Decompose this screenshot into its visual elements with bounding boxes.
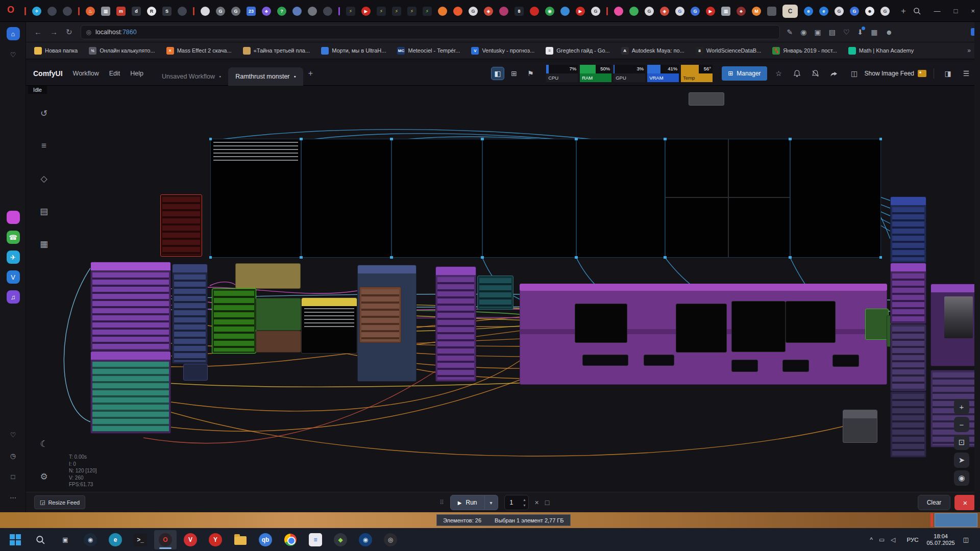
heart-icon[interactable]: ♡ [7, 428, 20, 441]
maximize-button[interactable]: □ [954, 7, 958, 15]
bookmark-item[interactable]: MCMeteociel - Tempér... [397, 47, 460, 55]
camera-icon[interactable]: ◉ [800, 28, 806, 36]
vk-icon[interactable]: V [7, 270, 20, 284]
batch-steppers[interactable]: ▴ ▾ [524, 497, 526, 508]
graph-node[interactable] [930, 370, 976, 447]
pinned-tab[interactable]: ☻ [865, 7, 874, 16]
pinned-tab[interactable]: ▶ [576, 7, 585, 16]
new-tab-button[interactable]: + [901, 6, 906, 16]
app-icon[interactable]: ◆ [329, 530, 352, 549]
bookmark-item[interactable]: 8WorldScienceDataB... [696, 47, 761, 55]
steam-icon[interactable]: ◉ [79, 530, 102, 549]
pinned-tab[interactable]: 23 [247, 7, 256, 16]
pinned-tab[interactable]: C [782, 5, 798, 18]
graph-node[interactable] [865, 309, 889, 340]
graph-node[interactable] [477, 276, 513, 310]
reload-button[interactable]: ↻ [66, 28, 72, 37]
more-dots-icon[interactable]: ⋯ [7, 491, 20, 504]
tray-screen-icon[interactable]: ▭ [879, 536, 885, 543]
bookmark-flag-icon[interactable]: ⚑ [524, 67, 537, 80]
edit-icon[interactable]: ✎ [787, 28, 793, 36]
settings-gear-icon[interactable]: ⚙ [37, 469, 51, 484]
tray-expand-icon[interactable]: ^ [870, 536, 873, 543]
pinned-tab[interactable]: ▦ [721, 7, 730, 16]
messenger-icon[interactable] [7, 211, 20, 224]
workflow-tab[interactable]: Unsaved Workflow● [155, 67, 228, 86]
graph-node[interactable] [172, 264, 208, 364]
graph-node[interactable] [782, 360, 809, 372]
pinned-tab[interactable]: ▦ [101, 7, 110, 16]
opera-icon[interactable]: O [154, 530, 177, 549]
graph-node[interactable] [731, 360, 758, 372]
graph-node[interactable] [575, 304, 627, 343]
pinned-tab[interactable] [323, 7, 332, 16]
pinned-tab[interactable]: ♨ [86, 7, 95, 16]
pinned-tab[interactable] [438, 7, 447, 16]
graph-node[interactable] [90, 262, 171, 351]
pinned-tab[interactable] [560, 7, 570, 16]
music-icon[interactable]: ♫ [7, 290, 20, 304]
drag-handle[interactable]: ⠿ [439, 499, 444, 506]
bookmark-item[interactable]: Math | Khan Academy [848, 47, 914, 55]
graph-node[interactable] [843, 410, 877, 443]
pinned-tab[interactable]: G [850, 7, 859, 16]
minimize-button[interactable]: — [934, 7, 941, 15]
bookmark-item[interactable]: ▚Январь 2019 - пост... [772, 47, 837, 55]
graph-node[interactable] [689, 92, 724, 106]
pinned-tab[interactable] [201, 7, 210, 16]
bookmark-item[interactable]: Морти, мы в UltraH... [321, 47, 386, 55]
graph-node[interactable] [832, 355, 859, 367]
toggle-visibility-button[interactable]: ◉ [954, 470, 969, 486]
pinned-tab[interactable]: G [675, 7, 684, 16]
whatsapp-icon[interactable]: ☎ [7, 231, 20, 244]
pinned-tab[interactable] [530, 7, 539, 16]
bookmark-item[interactable]: «Тайна третьей пла... [243, 47, 310, 55]
pinned-tab[interactable]: G [645, 7, 654, 16]
graph-node[interactable] [160, 194, 202, 257]
edge-icon[interactable]: e [104, 530, 127, 549]
hamburger-menu-icon[interactable]: ☰ [960, 67, 973, 80]
workflows-folder-icon[interactable]: ▤ [37, 204, 51, 218]
pinned-tab[interactable] [767, 7, 776, 16]
panel-toggle-icon[interactable]: ◨ [941, 67, 954, 80]
graph-node[interactable] [256, 298, 301, 331]
shield-icon[interactable]: ▣ [815, 28, 821, 36]
bell-icon[interactable] [791, 67, 804, 80]
pinned-tab[interactable]: ♣ [262, 7, 271, 16]
star-icon[interactable]: ☆ [772, 67, 786, 80]
clear-button[interactable]: Clear [918, 495, 950, 510]
pinned-tab[interactable]: R [147, 7, 156, 16]
graph-node[interactable] [665, 139, 790, 258]
pinned-tab[interactable]: e [819, 7, 828, 16]
explorer-icon[interactable] [229, 530, 252, 549]
pinned-tab[interactable]: G [231, 7, 240, 16]
opera-logo-icon[interactable]: O [7, 5, 14, 15]
pinned-tab[interactable] [63, 7, 72, 16]
graph-node[interactable] [890, 263, 926, 324]
extensions-box-icon[interactable]: □ [7, 470, 20, 483]
bookmark-item[interactable]: VVentusky - прогноз... [471, 47, 534, 55]
resize-feed-button[interactable]: ◲ Resize Feed [34, 495, 85, 509]
new-workflow-button[interactable]: + [308, 69, 313, 78]
graph-node[interactable] [930, 284, 976, 366]
graph-node[interactable] [890, 196, 926, 263]
graph-node[interactable] [90, 351, 171, 434]
history-icon[interactable]: ↺ [37, 106, 51, 120]
graph-node[interactable] [212, 288, 256, 354]
bookmarks-heart-icon[interactable]: ♡ [7, 48, 20, 61]
pinned-tab[interactable]: M [752, 7, 761, 16]
graph-node[interactable] [576, 139, 665, 258]
pinned-tab[interactable]: ✈ [32, 7, 41, 16]
back-button[interactable]: ← [34, 28, 42, 36]
pinned-tab[interactable]: ▶ [361, 7, 371, 16]
bell-off-icon[interactable] [809, 67, 822, 80]
queue-list-icon[interactable]: ≡ [37, 139, 51, 153]
pinned-tab[interactable]: m [116, 7, 126, 16]
language-indicator[interactable]: РУС [907, 537, 919, 543]
run-options-chevron[interactable]: ▾ [485, 495, 498, 510]
profile-icon[interactable]: ☻ [886, 28, 893, 36]
heart-icon[interactable]: ♡ [843, 28, 850, 36]
graph-node[interactable] [790, 139, 881, 258]
graph-node[interactable] [435, 266, 476, 382]
share-icon[interactable] [827, 67, 841, 80]
